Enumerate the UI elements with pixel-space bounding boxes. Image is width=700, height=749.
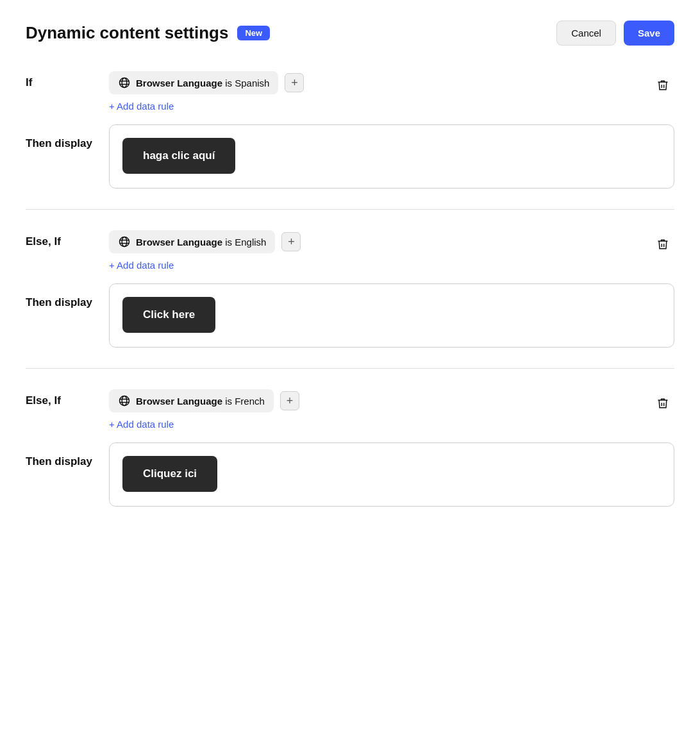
cancel-button[interactable]: Cancel <box>556 21 616 46</box>
condition-content-2: Browser Language is English + + Add data… <box>109 230 638 271</box>
then-display-row-1: Then display haga clic aquí <box>26 124 674 189</box>
add-condition-button-1[interactable]: + <box>285 73 304 92</box>
divider-1 <box>26 209 674 210</box>
condition-label-2: Else, If <box>26 230 96 248</box>
rule-section-3: Else, If Browser Language is French <box>26 389 674 507</box>
condition-label-3: Else, If <box>26 389 96 407</box>
add-data-rule-1[interactable]: + Add data rule <box>109 101 638 112</box>
condition-row-1: If Browser Language is Spanish <box>26 71 674 112</box>
content-button-3[interactable]: Cliquez ici <box>122 456 217 492</box>
divider-2 <box>26 368 674 369</box>
add-data-rule-3[interactable]: + Add data rule <box>109 419 638 430</box>
svg-point-4 <box>120 237 129 247</box>
delete-button-2[interactable] <box>651 233 674 259</box>
then-label-3: Then display <box>26 442 96 468</box>
then-label-2: Then display <box>26 283 96 309</box>
condition-row-2: Else, If Browser Language is English <box>26 230 674 271</box>
then-label-1: Then display <box>26 124 96 150</box>
condition-content-1: Browser Language is Spanish + + Add data… <box>109 71 638 112</box>
header-buttons: Cancel Save <box>556 21 674 46</box>
svg-point-8 <box>120 396 129 406</box>
add-data-rule-2[interactable]: + Add data rule <box>109 260 638 271</box>
condition-content-3: Browser Language is French + + Add data … <box>109 389 638 430</box>
page-title: Dynamic content settings <box>26 23 228 43</box>
condition-tag-row-1: Browser Language is Spanish + <box>109 71 638 94</box>
condition-tag-row-2: Browser Language is English + <box>109 230 638 253</box>
condition-label-1: If <box>26 71 96 89</box>
header: Dynamic content settings New Cancel Save <box>26 21 674 46</box>
page-container: Dynamic content settings New Cancel Save… <box>0 0 700 527</box>
content-box-3: Cliquez ici <box>109 442 674 507</box>
condition-row-3: Else, If Browser Language is French <box>26 389 674 430</box>
delete-button-1[interactable] <box>651 74 674 100</box>
then-display-row-2: Then display Click here <box>26 283 674 348</box>
add-condition-button-2[interactable]: + <box>281 232 301 251</box>
condition-type-2: Browser Language is English <box>136 237 266 248</box>
content-button-2[interactable]: Click here <box>122 297 215 333</box>
delete-wrap-1 <box>651 71 674 100</box>
svg-point-0 <box>120 78 129 88</box>
content-box-1: haga clic aquí <box>109 124 674 189</box>
globe-icon-3 <box>118 394 131 407</box>
delete-wrap-2 <box>651 230 674 259</box>
svg-point-5 <box>122 237 127 247</box>
condition-tag-3[interactable]: Browser Language is French <box>109 389 274 412</box>
condition-type-3: Browser Language is French <box>136 396 265 407</box>
delete-button-3[interactable] <box>651 392 674 418</box>
condition-tag-1[interactable]: Browser Language is Spanish <box>109 71 278 94</box>
svg-point-9 <box>122 396 127 406</box>
condition-tag-row-3: Browser Language is French + <box>109 389 638 412</box>
delete-wrap-3 <box>651 389 674 418</box>
content-button-1[interactable]: haga clic aquí <box>122 138 235 174</box>
rule-section-2: Else, If Browser Language is English <box>26 230 674 348</box>
rule-section-1: If Browser Language is Spanish <box>26 71 674 189</box>
content-box-2: Click here <box>109 283 674 348</box>
add-condition-button-3[interactable]: + <box>280 391 299 410</box>
then-display-row-3: Then display Cliquez ici <box>26 442 674 507</box>
svg-point-1 <box>122 78 127 88</box>
condition-type-1: Browser Language is Spanish <box>136 78 269 88</box>
header-left: Dynamic content settings New <box>26 23 270 43</box>
globe-icon-2 <box>118 235 131 248</box>
condition-tag-2[interactable]: Browser Language is English <box>109 230 275 253</box>
globe-icon-1 <box>118 76 131 89</box>
save-button[interactable]: Save <box>624 21 674 46</box>
new-badge: New <box>237 26 270 40</box>
